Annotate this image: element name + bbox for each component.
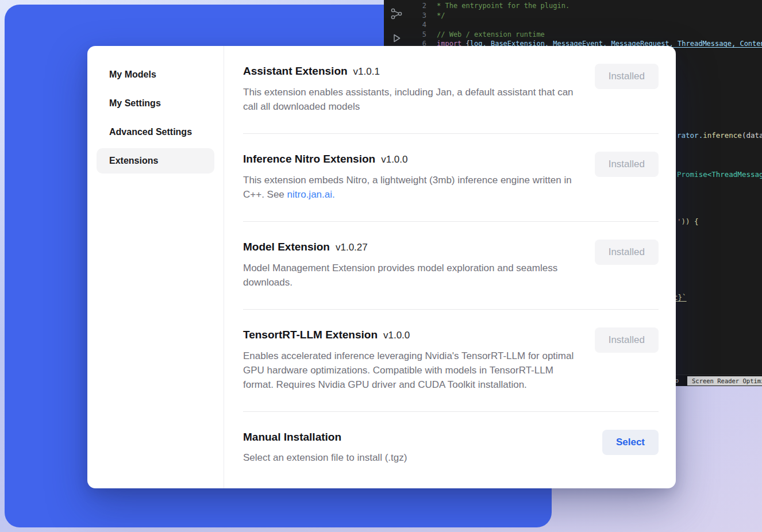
code-text	[426, 20, 437, 30]
select-button[interactable]: Select	[602, 430, 659, 455]
extension-item-assistant: Assistant Extensionv1.0.1 This extension…	[243, 46, 659, 134]
code-text: inference	[703, 131, 742, 140]
code-fragment: ')) {	[677, 217, 699, 226]
extension-name: TensortRT-LLM Extension	[243, 329, 378, 341]
code-line: 5 // Web / extension runtime	[384, 30, 762, 40]
extension-version: v1.0.1	[353, 66, 380, 77]
extension-description: Select an extension file to install (.tg…	[243, 450, 407, 465]
extension-item-model: Model Extensionv1.0.27 Model Management …	[243, 222, 659, 310]
extension-description: Model Management Extension provides mode…	[243, 261, 581, 290]
sidebar-item-my-settings[interactable]: My Settings	[97, 91, 214, 116]
code-text: // Web / extension runtime	[426, 30, 545, 40]
code-text: rator.	[677, 131, 703, 140]
extension-info: Model Extensionv1.0.27 Model Management …	[243, 240, 581, 290]
line-number: 5	[384, 30, 426, 40]
code-line: 4	[384, 20, 762, 30]
extension-item-tensorrt-llm: TensortRT-LLM Extensionv1.0.0 Enables ac…	[243, 310, 659, 412]
extension-item-manual-installation: Manual Installation Select an extension …	[243, 412, 659, 481]
code-fragment: rator.inference(data));	[677, 131, 762, 140]
extension-info: Assistant Extensionv1.0.1 This extension…	[243, 64, 581, 114]
extension-item-inference-nitro: Inference Nitro Extensionv1.0.0 This ext…	[243, 134, 659, 222]
extension-title: Manual Installation	[243, 430, 407, 445]
nitro-link[interactable]: nitro.jan.ai.	[287, 189, 335, 200]
code-line: 3 */	[384, 11, 762, 21]
extension-name: Manual Installation	[243, 431, 341, 443]
code-lines: 2 * The entrypoint for the plugin. 3 */ …	[384, 1, 762, 49]
extension-description: This extension enables assistants, inclu…	[243, 85, 581, 114]
extension-version: v1.0.0	[383, 330, 410, 341]
extension-info: Inference Nitro Extensionv1.0.0 This ext…	[243, 152, 581, 202]
extension-info: TensortRT-LLM Extensionv1.0.0 Enables ac…	[243, 327, 581, 392]
extension-title: Assistant Extensionv1.0.1	[243, 64, 581, 79]
code-text: )) {	[682, 217, 699, 226]
installed-button[interactable]: Installed	[595, 240, 659, 265]
installed-button[interactable]: Installed	[595, 64, 659, 89]
extension-info: Manual Installation Select an extension …	[243, 430, 407, 465]
extension-description: This extension embeds Nitro, a lightweig…	[243, 173, 581, 202]
code-text: * The entrypoint for the plugin.	[426, 1, 569, 11]
sidebar-item-my-models[interactable]: My Models	[97, 62, 214, 87]
code-text: */	[426, 11, 445, 21]
extension-version: v1.0.0	[381, 154, 407, 165]
extension-description: Enables accelerated inference leveraging…	[243, 349, 581, 392]
line-number: 3	[384, 11, 426, 21]
code-line: 2 * The entrypoint for the plugin.	[384, 1, 762, 11]
extension-name: Model Extension	[243, 241, 330, 253]
extension-title: Model Extensionv1.0.27	[243, 240, 581, 255]
line-number: 4	[384, 20, 426, 30]
installed-button[interactable]: Installed	[595, 327, 659, 353]
extension-version: v1.0.27	[336, 242, 368, 253]
code-fragment: Promise<ThreadMessage>	[677, 170, 762, 179]
screen-reader-chip: Screen Reader Optimized	[687, 376, 762, 385]
extensions-list: Assistant Extensionv1.0.1 This extension…	[224, 46, 676, 488]
settings-modal: My Models My Settings Advanced Settings …	[87, 46, 676, 488]
code-text: (data));	[742, 131, 762, 140]
code-text: '	[677, 217, 682, 226]
extension-name: Inference Nitro Extension	[243, 153, 375, 165]
sidebar-item-advanced-settings[interactable]: Advanced Settings	[97, 119, 214, 145]
extension-name: Assistant Extension	[243, 65, 348, 77]
installed-button[interactable]: Installed	[595, 152, 659, 177]
line-number: 2	[384, 1, 426, 11]
sidebar: My Models My Settings Advanced Settings …	[87, 46, 224, 488]
extension-title: TensortRT-LLM Extensionv1.0.0	[243, 327, 581, 343]
sidebar-item-extensions[interactable]: Extensions	[97, 148, 214, 174]
extension-title: Inference Nitro Extensionv1.0.0	[243, 152, 581, 167]
